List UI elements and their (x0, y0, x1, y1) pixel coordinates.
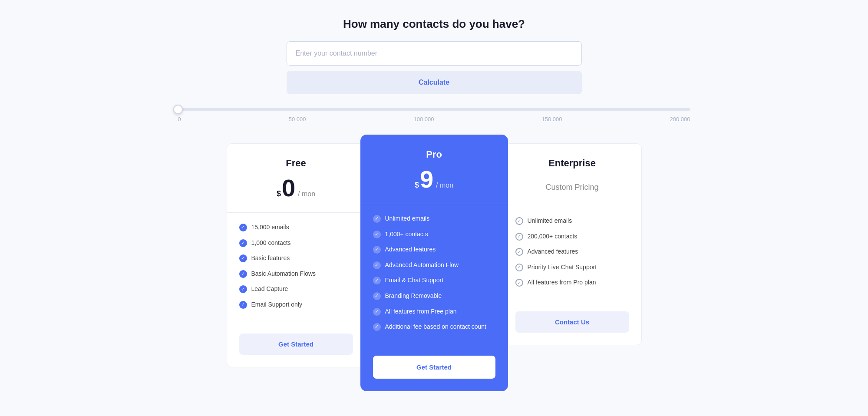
check-icon: ✓ (239, 301, 247, 309)
check-icon: ✓ (373, 323, 381, 331)
check-icon: ✓ (373, 246, 381, 254)
feature-label: 200,000+ contacts (528, 232, 578, 241)
feature-label: Basic features (251, 254, 290, 263)
list-item: ✓ Email & Chat Support (373, 276, 495, 285)
feature-label: 1,000 contacts (251, 239, 291, 248)
check-icon: ✓ (239, 285, 247, 293)
pro-card-features: ✓ Unlimited emails ✓ 1,000+ contacts ✓ A… (361, 204, 508, 349)
feature-label: Priority Live Chat Support (528, 263, 597, 272)
pricing-card-pro: Pro $ 9 / mon ✓ Unlimited emails ✓ 1,000… (360, 135, 508, 391)
pricing-section: Free $ 0 / mon ✓ 15,000 emails ✓ 1,000 c… (195, 143, 673, 391)
list-item: ✓ Basic features (239, 254, 353, 263)
list-item: ✓ Email Support only (239, 300, 353, 309)
list-item: ✓ All features from Free plan (373, 307, 495, 316)
list-item: ✓ Additional fee based on contact count (373, 323, 495, 331)
feature-label: Unlimited emails (385, 215, 430, 223)
check-icon: ✓ (515, 248, 523, 256)
slider-labels: 0 50 000 100 000 150 000 200 000 (178, 116, 690, 122)
list-item: ✓ Advanced Automation Flow (373, 261, 495, 270)
check-icon: ✓ (373, 261, 381, 269)
pro-price-period: / mon (436, 182, 453, 189)
pro-price-amount: 9 (420, 167, 433, 191)
check-icon: ✓ (239, 254, 247, 262)
pro-price-dollar: $ (415, 181, 419, 190)
check-icon: ✓ (373, 308, 381, 316)
check-icon: ✓ (515, 264, 523, 271)
check-icon: ✓ (373, 231, 381, 238)
slider-label-0: 0 (178, 116, 181, 122)
check-icon: ✓ (515, 233, 523, 241)
feature-label: All features from Free plan (385, 307, 457, 316)
pricing-card-enterprise: Enterprise Custom Pricing ✓ Unlimited em… (503, 143, 642, 345)
slider-label-150k: 150 000 (542, 116, 562, 122)
list-item: ✓ 1,000 contacts (239, 239, 353, 248)
feature-label: Email & Chat Support (385, 276, 444, 285)
enterprise-card-features: ✓ Unlimited emails ✓ 200,000+ contacts ✓… (503, 206, 641, 304)
free-price-amount: 0 (282, 176, 295, 200)
list-item: ✓ 15,000 emails (239, 223, 353, 232)
enterprise-custom-pricing: Custom Pricing (515, 176, 629, 194)
free-price-wrapper: $ 0 / mon (239, 176, 353, 200)
feature-label: Advanced features (528, 248, 578, 256)
check-icon: ✓ (515, 279, 523, 287)
feature-label: Email Support only (251, 300, 303, 309)
pro-card-header: Pro $ 9 / mon (361, 135, 508, 204)
slider-track[interactable] (178, 108, 690, 111)
free-cta-button[interactable]: Get Started (239, 333, 353, 355)
feature-label: Unlimited emails (528, 217, 572, 225)
slider-label-100k: 100 000 (414, 116, 434, 122)
free-card-header: Free $ 0 / mon (227, 144, 365, 213)
pricing-card-free: Free $ 0 / mon ✓ 15,000 emails ✓ 1,000 c… (227, 143, 366, 367)
calculate-button[interactable]: Calculate (287, 71, 582, 94)
list-item: ✓ 1,000+ contacts (373, 230, 495, 239)
check-icon: ✓ (239, 239, 247, 247)
list-item: ✓ Basic Automation Flows (239, 270, 353, 278)
list-item: ✓ Branding Removable (373, 292, 495, 300)
page-title: How many contacts do you have? (343, 17, 525, 31)
feature-label: 15,000 emails (251, 223, 289, 232)
pro-cta-button[interactable]: Get Started (373, 356, 495, 379)
feature-label: Branding Removable (385, 292, 442, 300)
check-icon: ✓ (373, 292, 381, 300)
pro-price-wrapper: $ 9 / mon (373, 167, 495, 191)
check-icon: ✓ (239, 224, 247, 231)
free-plan-name: Free (239, 158, 353, 169)
feature-label: Advanced Automation Flow (385, 261, 459, 270)
check-icon: ✓ (373, 215, 381, 223)
enterprise-plan-name: Enterprise (515, 158, 629, 169)
enterprise-card-header: Enterprise Custom Pricing (503, 144, 641, 206)
feature-label: 1,000+ contacts (385, 230, 428, 239)
slider-container: 0 50 000 100 000 150 000 200 000 (152, 108, 716, 122)
enterprise-cta-button[interactable]: Contact Us (515, 311, 629, 333)
check-icon: ✓ (239, 270, 247, 278)
list-item: ✓ Priority Live Chat Support (515, 263, 629, 272)
list-item: ✓ Unlimited emails (373, 215, 495, 223)
feature-label: Additional fee based on contact count (385, 323, 487, 331)
list-item: ✓ All features from Pro plan (515, 278, 629, 287)
free-price-period: / mon (298, 190, 315, 198)
list-item: ✓ Advanced features (373, 245, 495, 254)
slider-label-200k: 200 000 (670, 116, 690, 122)
enterprise-card-footer: Contact Us (503, 304, 641, 345)
list-item: ✓ Lead Capture (239, 285, 353, 294)
free-price-dollar: $ (277, 189, 281, 198)
feature-label: Lead Capture (251, 285, 288, 294)
list-item: ✓ Advanced features (515, 248, 629, 256)
free-card-features: ✓ 15,000 emails ✓ 1,000 contacts ✓ Basic… (227, 213, 365, 327)
feature-label: Advanced features (385, 245, 436, 254)
slider-thumb[interactable] (173, 105, 183, 114)
list-item: ✓ Unlimited emails (515, 217, 629, 225)
feature-label: Basic Automation Flows (251, 270, 316, 278)
feature-label: All features from Pro plan (528, 278, 596, 287)
list-item: ✓ 200,000+ contacts (515, 232, 629, 241)
pro-card-footer: Get Started (361, 349, 508, 391)
slider-label-50k: 50 000 (289, 116, 306, 122)
free-card-footer: Get Started (227, 327, 365, 367)
check-icon: ✓ (515, 217, 523, 225)
contact-input[interactable] (287, 41, 582, 66)
pro-plan-name: Pro (373, 149, 495, 160)
check-icon: ✓ (373, 277, 381, 284)
contact-input-wrapper (287, 41, 582, 66)
